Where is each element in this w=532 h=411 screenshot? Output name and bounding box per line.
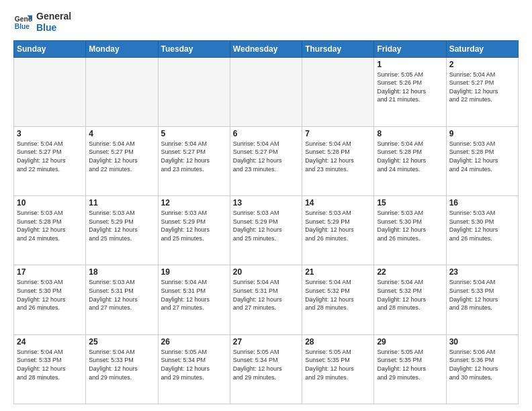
table-row: 23Sunrise: 5:04 AM Sunset: 5:33 PM Dayli…	[446, 265, 518, 334]
day-info: Sunrise: 5:03 AM Sunset: 5:28 PM Dayligh…	[17, 209, 83, 242]
logo-blue: Blue	[36, 22, 71, 34]
svg-text:Blue: Blue	[15, 23, 30, 30]
day-number: 5	[161, 129, 227, 138]
day-number: 30	[449, 337, 515, 347]
table-row: 9Sunrise: 5:03 AM Sunset: 5:28 PM Daylig…	[446, 126, 518, 195]
day-info: Sunrise: 5:05 AM Sunset: 5:35 PM Dayligh…	[377, 348, 443, 381]
day-number: 14	[305, 198, 371, 208]
header: General Blue General Blue	[13, 11, 519, 34]
table-row: 4Sunrise: 5:04 AM Sunset: 5:27 PM Daylig…	[86, 126, 158, 195]
calendar-week-row: 3Sunrise: 5:04 AM Sunset: 5:27 PM Daylig…	[14, 126, 519, 195]
table-row: 30Sunrise: 5:06 AM Sunset: 5:36 PM Dayli…	[446, 334, 518, 404]
table-row: 12Sunrise: 5:03 AM Sunset: 5:29 PM Dayli…	[158, 196, 230, 265]
table-row: 5Sunrise: 5:04 AM Sunset: 5:27 PM Daylig…	[158, 126, 230, 195]
day-info: Sunrise: 5:03 AM Sunset: 5:29 PM Dayligh…	[161, 209, 227, 242]
table-row: 17Sunrise: 5:03 AM Sunset: 5:30 PM Dayli…	[14, 265, 86, 334]
day-number: 6	[233, 129, 299, 138]
calendar-week-row: 17Sunrise: 5:03 AM Sunset: 5:30 PM Dayli…	[14, 265, 519, 334]
page: General Blue General Blue Sunday Monday …	[0, 0, 532, 411]
day-number: 29	[377, 337, 443, 347]
header-monday: Monday	[86, 40, 158, 57]
day-number: 1	[377, 60, 443, 69]
table-row: 1Sunrise: 5:05 AM Sunset: 5:26 PM Daylig…	[374, 57, 446, 126]
table-row: 20Sunrise: 5:04 AM Sunset: 5:31 PM Dayli…	[230, 265, 302, 334]
table-row: 13Sunrise: 5:03 AM Sunset: 5:29 PM Dayli…	[230, 196, 302, 265]
day-info: Sunrise: 5:04 AM Sunset: 5:33 PM Dayligh…	[17, 348, 83, 381]
header-wednesday: Wednesday	[230, 40, 302, 57]
table-row: 16Sunrise: 5:03 AM Sunset: 5:30 PM Dayli…	[446, 196, 518, 265]
day-info: Sunrise: 5:04 AM Sunset: 5:33 PM Dayligh…	[449, 278, 515, 312]
day-info: Sunrise: 5:03 AM Sunset: 5:31 PM Dayligh…	[89, 278, 154, 312]
day-info: Sunrise: 5:03 AM Sunset: 5:28 PM Dayligh…	[449, 140, 515, 173]
header-sunday: Sunday	[14, 40, 86, 57]
logo-general: General	[36, 11, 71, 22]
day-number: 2	[449, 60, 515, 69]
table-row: 26Sunrise: 5:05 AM Sunset: 5:34 PM Dayli…	[158, 334, 230, 404]
day-number: 4	[89, 129, 154, 138]
day-info: Sunrise: 5:03 AM Sunset: 5:30 PM Dayligh…	[377, 209, 443, 242]
day-number: 18	[89, 267, 154, 277]
day-info: Sunrise: 5:04 AM Sunset: 5:33 PM Dayligh…	[89, 348, 154, 381]
day-info: Sunrise: 5:05 AM Sunset: 5:35 PM Dayligh…	[305, 348, 371, 381]
table-row: 8Sunrise: 5:04 AM Sunset: 5:28 PM Daylig…	[374, 126, 446, 195]
table-row: 14Sunrise: 5:03 AM Sunset: 5:29 PM Dayli…	[302, 196, 374, 265]
table-row: 21Sunrise: 5:04 AM Sunset: 5:32 PM Dayli…	[302, 265, 374, 334]
day-number: 15	[377, 198, 443, 208]
calendar-table: Sunday Monday Tuesday Wednesday Thursday…	[13, 40, 519, 404]
day-info: Sunrise: 5:04 AM Sunset: 5:27 PM Dayligh…	[233, 140, 299, 173]
day-number: 12	[161, 198, 227, 208]
day-number: 20	[233, 267, 299, 277]
table-row: 15Sunrise: 5:03 AM Sunset: 5:30 PM Dayli…	[374, 196, 446, 265]
day-info: Sunrise: 5:04 AM Sunset: 5:28 PM Dayligh…	[377, 140, 443, 173]
table-row	[14, 57, 86, 126]
day-number: 16	[449, 198, 515, 208]
day-number: 11	[89, 198, 154, 208]
day-number: 28	[305, 337, 371, 347]
day-number: 21	[305, 267, 371, 277]
table-row: 28Sunrise: 5:05 AM Sunset: 5:35 PM Dayli…	[302, 334, 374, 404]
logo-icon: General Blue	[13, 13, 32, 32]
day-info: Sunrise: 5:04 AM Sunset: 5:31 PM Dayligh…	[233, 278, 299, 312]
day-number: 10	[17, 198, 83, 208]
header-thursday: Thursday	[302, 40, 374, 57]
table-row	[158, 57, 230, 126]
table-row: 19Sunrise: 5:04 AM Sunset: 5:31 PM Dayli…	[158, 265, 230, 334]
day-info: Sunrise: 5:03 AM Sunset: 5:29 PM Dayligh…	[89, 209, 154, 242]
table-row: 3Sunrise: 5:04 AM Sunset: 5:27 PM Daylig…	[14, 126, 86, 195]
table-row: 18Sunrise: 5:03 AM Sunset: 5:31 PM Dayli…	[86, 265, 158, 334]
table-row: 7Sunrise: 5:04 AM Sunset: 5:28 PM Daylig…	[302, 126, 374, 195]
day-info: Sunrise: 5:03 AM Sunset: 5:30 PM Dayligh…	[449, 209, 515, 242]
day-info: Sunrise: 5:03 AM Sunset: 5:29 PM Dayligh…	[305, 209, 371, 242]
calendar-week-row: 10Sunrise: 5:03 AM Sunset: 5:28 PM Dayli…	[14, 196, 519, 265]
day-number: 26	[161, 337, 227, 347]
header-friday: Friday	[374, 40, 446, 57]
day-info: Sunrise: 5:04 AM Sunset: 5:27 PM Dayligh…	[161, 140, 227, 173]
logo: General Blue General Blue	[13, 11, 71, 34]
table-row: 29Sunrise: 5:05 AM Sunset: 5:35 PM Dayli…	[374, 334, 446, 404]
table-row: 2Sunrise: 5:04 AM Sunset: 5:27 PM Daylig…	[446, 57, 518, 126]
day-number: 7	[305, 129, 371, 138]
day-info: Sunrise: 5:04 AM Sunset: 5:32 PM Dayligh…	[305, 278, 371, 312]
table-row	[230, 57, 302, 126]
table-row: 24Sunrise: 5:04 AM Sunset: 5:33 PM Dayli…	[14, 334, 86, 404]
table-row: 6Sunrise: 5:04 AM Sunset: 5:27 PM Daylig…	[230, 126, 302, 195]
day-number: 22	[377, 267, 443, 277]
table-row: 11Sunrise: 5:03 AM Sunset: 5:29 PM Dayli…	[86, 196, 158, 265]
table-row: 10Sunrise: 5:03 AM Sunset: 5:28 PM Dayli…	[14, 196, 86, 265]
day-number: 3	[17, 129, 83, 138]
day-number: 25	[89, 337, 154, 347]
day-info: Sunrise: 5:04 AM Sunset: 5:27 PM Dayligh…	[449, 71, 515, 104]
calendar-week-row: 24Sunrise: 5:04 AM Sunset: 5:33 PM Dayli…	[14, 334, 519, 404]
day-info: Sunrise: 5:03 AM Sunset: 5:30 PM Dayligh…	[17, 278, 83, 312]
table-row: 25Sunrise: 5:04 AM Sunset: 5:33 PM Dayli…	[86, 334, 158, 404]
day-number: 13	[233, 198, 299, 208]
table-row: 22Sunrise: 5:04 AM Sunset: 5:32 PM Dayli…	[374, 265, 446, 334]
day-info: Sunrise: 5:04 AM Sunset: 5:27 PM Dayligh…	[17, 140, 83, 173]
day-number: 8	[377, 129, 443, 138]
day-info: Sunrise: 5:06 AM Sunset: 5:36 PM Dayligh…	[449, 348, 515, 381]
day-info: Sunrise: 5:05 AM Sunset: 5:34 PM Dayligh…	[233, 348, 299, 381]
day-info: Sunrise: 5:04 AM Sunset: 5:27 PM Dayligh…	[89, 140, 154, 173]
day-number: 23	[449, 267, 515, 277]
table-row	[302, 57, 374, 126]
day-info: Sunrise: 5:05 AM Sunset: 5:34 PM Dayligh…	[161, 348, 227, 381]
